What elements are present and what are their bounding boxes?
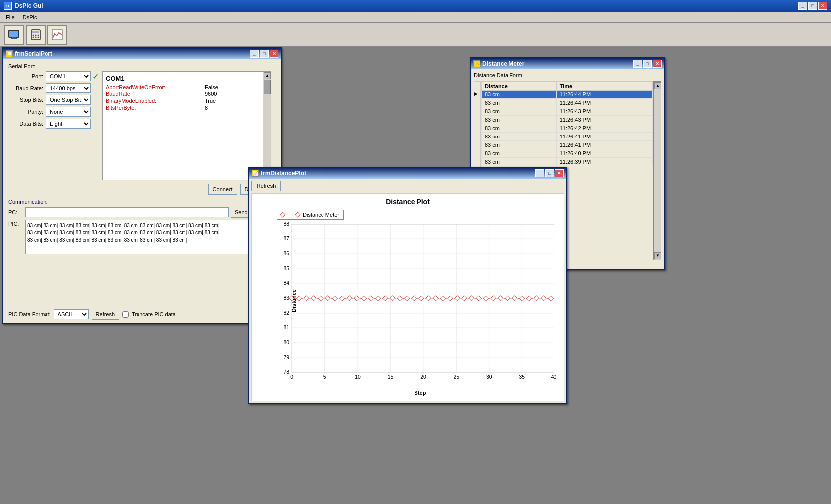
data-select[interactable]: EightSeven xyxy=(46,119,91,129)
svg-text:81: 81 xyxy=(283,325,289,330)
distance-cell: 83 cm xyxy=(482,141,557,149)
svg-text:30: 30 xyxy=(486,374,492,380)
port-row: Port: COM1COM2COM3 ✓ xyxy=(8,71,100,81)
port-check-icon: ✓ xyxy=(92,72,99,81)
table-row[interactable]: 83 cm11:26:41 PM xyxy=(482,133,653,141)
format-label: PIC Data Format: xyxy=(8,311,51,317)
truncate-label: Truncate PIC data xyxy=(132,311,176,317)
distance-cell: 83 cm xyxy=(482,133,557,141)
serial-port-close-btn[interactable]: ✕ xyxy=(270,50,278,58)
plot-refresh-btn[interactable]: Refresh xyxy=(251,181,281,191)
port-info-scrollbar[interactable]: ▲ ▼ xyxy=(263,72,271,180)
svg-rect-3 xyxy=(9,31,18,37)
chart-container: Distance Plot Distance Meter Distance xyxy=(251,193,564,401)
pc-row: PC: Send Clear xyxy=(8,207,276,218)
port-info-row-1: BaudRate: 9600 xyxy=(106,91,260,97)
distance-plot-minimize-btn[interactable]: _ xyxy=(535,169,544,177)
svg-point-7 xyxy=(35,35,37,36)
table-row[interactable]: 83 cm11:26:43 PM xyxy=(482,107,653,116)
distance-data-form-label: Distance Data Form xyxy=(474,72,661,78)
refresh-btn[interactable]: Refresh xyxy=(92,309,120,320)
svg-rect-5 xyxy=(32,31,39,33)
svg-point-10 xyxy=(35,37,37,38)
app-title-bar: D DsPic Gui _ □ ✕ xyxy=(0,0,831,12)
stop-select[interactable]: One Stop BitTwo Stop Bits xyxy=(46,95,91,105)
table-row[interactable]: 83 cm11:26:39 PM xyxy=(482,158,653,166)
svg-text:0: 0 xyxy=(290,374,293,380)
svg-text:10: 10 xyxy=(355,374,361,380)
pic-data-area: 83 cm| 83 cm| 83 cm| 83 cm| 83 cm| 83 cm… xyxy=(25,220,266,254)
time-cell: 11:26:42 PM xyxy=(556,124,652,133)
toolbar xyxy=(0,23,831,47)
distance-table-scrollbar[interactable]: ▲ ▼ xyxy=(653,81,661,260)
distance-plot-icon: 📈 xyxy=(252,170,259,177)
serial-port-form: Port: COM1COM2COM3 ✓ Baud Rate: 14400 bp… xyxy=(8,71,100,131)
legend-diamond-icon xyxy=(280,212,285,217)
table-row[interactable]: 83 cm11:26:44 PM xyxy=(482,91,653,99)
distance-meter-title: Distance Meter xyxy=(482,60,524,67)
serial-port-minimize-btn[interactable]: _ xyxy=(250,50,259,58)
svg-text:88: 88 xyxy=(283,222,289,227)
svg-text:84: 84 xyxy=(283,280,289,286)
format-select[interactable]: ASCIIHex xyxy=(54,309,89,319)
distance-plot-close-btn[interactable]: ✕ xyxy=(555,169,564,177)
chart-title: Distance Plot xyxy=(252,198,564,206)
table-row[interactable]: 83 cm11:26:42 PM xyxy=(482,124,653,133)
baud-select[interactable]: 14400 bps960019200 xyxy=(46,83,91,93)
toolbar-monitor-btn[interactable] xyxy=(4,25,24,45)
time-cell: 11:26:39 PM xyxy=(556,158,652,166)
distance-cell: 83 cm xyxy=(482,124,557,133)
table-row[interactable]: 83 cm11:26:40 PM xyxy=(482,149,653,158)
port-select[interactable]: COM1COM2COM3 xyxy=(46,71,91,81)
y-axis-label: Distance xyxy=(291,289,297,312)
distance-cell: 83 cm xyxy=(482,99,557,107)
svg-rect-2 xyxy=(11,38,17,39)
distance-meter-maximize-btn[interactable]: □ xyxy=(643,60,652,68)
time-cell: 11:26:44 PM xyxy=(556,91,652,99)
toolbar-chart-btn[interactable] xyxy=(47,25,67,45)
svg-text:40: 40 xyxy=(551,374,557,380)
table-row[interactable]: 83 cm11:26:43 PM xyxy=(482,116,653,124)
svg-text:85: 85 xyxy=(283,266,289,271)
communication-section: Communication: PC: Send Clear PIC: 83 cm… xyxy=(8,199,276,261)
distance-meter-close-btn[interactable]: ✕ xyxy=(653,60,662,68)
port-info-row-0: AbortReadWriteOnError: False xyxy=(106,84,260,90)
distance-cell: 83 cm xyxy=(482,149,557,158)
parity-select[interactable]: NoneEvenOdd xyxy=(46,107,91,117)
comm-section-label: Communication: xyxy=(8,199,276,205)
data-row: Data Bits: EightSeven xyxy=(8,119,100,129)
svg-text:78: 78 xyxy=(283,369,289,375)
serial-port-window: 🖥 frmSerialPort _ □ ✕ Serial Port: Port:… xyxy=(2,47,282,324)
svg-text:82: 82 xyxy=(283,310,289,316)
svg-text:20: 20 xyxy=(420,374,426,380)
serial-port-section-label: Serial Port: xyxy=(8,63,35,69)
toolbar-calculator-btn[interactable] xyxy=(26,25,46,45)
pc-input[interactable] xyxy=(25,207,229,217)
svg-text:25: 25 xyxy=(454,374,460,380)
col-distance: Distance xyxy=(482,82,557,91)
connect-btn[interactable]: Connect xyxy=(208,184,237,195)
chart-svg: 88 87 86 85 84 83 82 81 80 79 78 0 5 10 … xyxy=(277,222,559,380)
svg-text:87: 87 xyxy=(283,236,289,241)
distance-plot-title: frmDistancePlot xyxy=(261,170,306,177)
table-row[interactable]: 83 cm11:26:41 PM xyxy=(482,141,653,149)
distance-plot-maximize-btn[interactable]: □ xyxy=(545,169,554,177)
menu-dspic[interactable]: DsPic xyxy=(19,13,41,21)
menu-file[interactable]: File xyxy=(2,13,19,21)
app-minimize-btn[interactable]: _ xyxy=(798,2,807,10)
port-info-row-3: BitsPerByte: 8 xyxy=(106,105,260,111)
bottom-controls: PIC Data Format: ASCIIHex Refresh Trunca… xyxy=(8,309,176,320)
svg-text:80: 80 xyxy=(283,340,289,345)
serial-port-maximize-btn[interactable]: □ xyxy=(260,50,269,58)
distance-meter-minimize-btn[interactable]: _ xyxy=(633,60,642,68)
app-close-btn[interactable]: ✕ xyxy=(818,2,827,10)
time-cell: 11:26:40 PM xyxy=(556,149,652,158)
distance-cell: 83 cm xyxy=(482,116,557,124)
app-maximize-btn[interactable]: □ xyxy=(808,2,817,10)
col-time: Time xyxy=(556,82,652,91)
svg-point-6 xyxy=(33,35,34,36)
truncate-checkbox[interactable] xyxy=(122,311,129,318)
chart-plot-area: Distance xyxy=(277,222,559,380)
svg-text:5: 5 xyxy=(323,374,326,380)
table-row[interactable]: 83 cm11:26:44 PM xyxy=(482,99,653,107)
